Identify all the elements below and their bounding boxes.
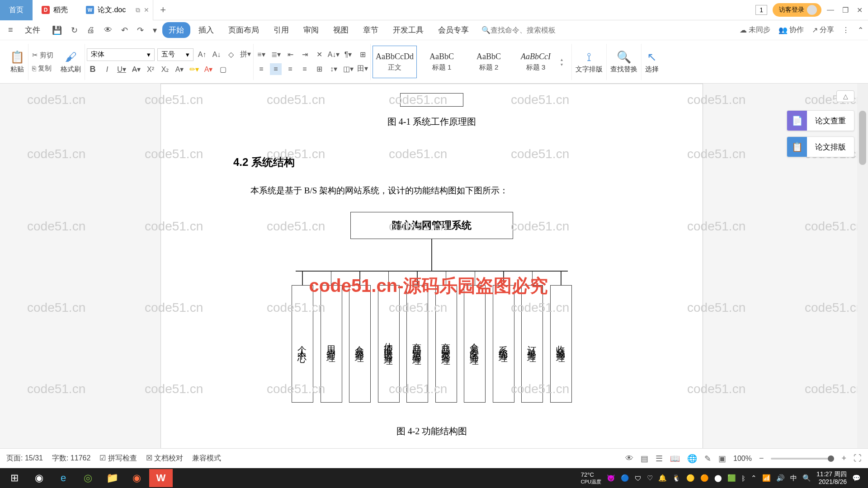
tray-bluetooth-icon[interactable]: ᛒ bbox=[741, 474, 745, 482]
view-page-icon[interactable]: ▤ bbox=[641, 454, 648, 464]
tray-icon-8[interactable]: ⬤ bbox=[714, 474, 722, 482]
view-web-icon[interactable]: 🌐 bbox=[687, 454, 697, 464]
tray-icon-6[interactable]: 🟡 bbox=[686, 474, 695, 482]
cpu-temp[interactable]: 72°CCPU温度 bbox=[581, 471, 601, 485]
vertical-scrollbar[interactable] bbox=[857, 84, 868, 463]
tab-count[interactable]: 1 bbox=[755, 5, 767, 15]
share-button[interactable]: ↗ 分享 bbox=[812, 25, 834, 35]
paper-check-button[interactable]: 📄论文查重 bbox=[787, 110, 854, 131]
paper-layout-button[interactable]: 📋论文排版 bbox=[787, 136, 854, 157]
dropdown-icon[interactable]: ▾ bbox=[149, 23, 160, 38]
style-scroll[interactable]: ▴▾ bbox=[561, 57, 570, 67]
tray-notify-icon[interactable]: 🔔 bbox=[658, 474, 667, 482]
tab-add-button[interactable]: + bbox=[153, 4, 173, 16]
more-icon[interactable]: ⋮ bbox=[842, 26, 849, 34]
preview-icon[interactable]: 👁 bbox=[100, 23, 116, 38]
tab-close-icon[interactable]: ✕ bbox=[144, 6, 149, 14]
save-icon[interactable]: 💾 bbox=[48, 23, 66, 38]
copy-button[interactable]: ⎘ 复制 bbox=[30, 63, 55, 74]
format-brush-icon[interactable]: 🖌 bbox=[65, 50, 77, 64]
bullet-list-icon[interactable]: ≡▾ bbox=[255, 49, 267, 61]
edit-icon[interactable]: ✎ bbox=[704, 454, 711, 464]
asian-layout-icon[interactable]: ✕ bbox=[313, 49, 325, 61]
indent-increase-icon[interactable]: ⇥ bbox=[299, 49, 311, 61]
shading-icon[interactable]: ◫▾ bbox=[342, 63, 354, 75]
start-button[interactable]: ⊞ bbox=[3, 469, 26, 487]
search-input[interactable] bbox=[491, 26, 572, 34]
status-proof[interactable]: ☒ 文档校对 bbox=[146, 454, 183, 463]
align-right-icon[interactable]: ≡ bbox=[284, 63, 296, 75]
highlight-button[interactable]: ✏▾ bbox=[188, 64, 200, 75]
tray-search-icon[interactable]: 🔍 bbox=[802, 474, 811, 482]
distribute-icon[interactable]: ⊞ bbox=[313, 63, 325, 75]
font-color-button[interactable]: A▾ bbox=[203, 64, 214, 75]
zoom-out-icon[interactable]: − bbox=[759, 454, 764, 463]
redo-icon[interactable]: ↷ bbox=[133, 23, 147, 38]
tray-action-center-icon[interactable]: 💬 bbox=[852, 474, 861, 482]
tray-icon-2[interactable]: 🔵 bbox=[621, 474, 629, 482]
scroll-thumb[interactable] bbox=[859, 111, 866, 165]
line-spacing-icon[interactable]: ↕▾ bbox=[328, 63, 340, 75]
tab-document[interactable]: W 论文.doc ⧉ ✕ bbox=[77, 0, 153, 20]
status-page[interactable]: 页面: 15/31 bbox=[6, 454, 43, 463]
status-spell[interactable]: ☑ 拼写检查 bbox=[99, 454, 137, 463]
undo-icon[interactable]: ↶ bbox=[118, 23, 132, 38]
menu-insert[interactable]: 插入 bbox=[192, 22, 220, 38]
close-window-icon[interactable]: ✕ bbox=[857, 6, 863, 14]
align-center-icon[interactable]: ≡ bbox=[270, 63, 282, 75]
increase-font-icon[interactable]: A↑ bbox=[196, 49, 208, 61]
sidepanel-toggle[interactable]: △ bbox=[836, 90, 854, 102]
tray-icon-1[interactable]: 😈 bbox=[607, 474, 615, 482]
tray-chevron-icon[interactable]: ⌃ bbox=[751, 474, 757, 482]
border-icon[interactable]: 田▾ bbox=[357, 63, 368, 75]
sort-icon[interactable]: A↓▾ bbox=[328, 49, 340, 61]
zoom-level[interactable]: 100% bbox=[733, 455, 752, 463]
tray-wifi-icon[interactable]: 📶 bbox=[762, 474, 771, 482]
taskbar-app-2[interactable]: ◉ bbox=[125, 469, 148, 487]
style-h2[interactable]: AaBbC标题 2 bbox=[467, 46, 511, 78]
taskbar-explorer[interactable]: 📁 bbox=[100, 469, 124, 487]
tab-doke[interactable]: D稻壳 bbox=[33, 0, 77, 20]
search-box[interactable]: 🔍 bbox=[481, 26, 572, 34]
superscript-button[interactable]: X² bbox=[145, 64, 156, 75]
text-layout-group[interactable]: ⟟文字排版 bbox=[572, 44, 607, 80]
tray-icon-5[interactable]: 🐧 bbox=[672, 474, 681, 482]
italic-button[interactable]: I bbox=[101, 64, 113, 75]
cut-button[interactable]: ✂ 剪切 bbox=[30, 50, 55, 61]
menu-chapter[interactable]: 章节 bbox=[357, 22, 385, 38]
subscript-button[interactable]: X₂ bbox=[159, 64, 171, 75]
style-h1[interactable]: AaBbC标题 1 bbox=[420, 46, 464, 78]
style-h3[interactable]: AaBbCcI标题 3 bbox=[514, 46, 558, 78]
font-size-select[interactable]: 五号▾ bbox=[157, 48, 193, 61]
view-outline-icon[interactable]: ☰ bbox=[656, 454, 663, 464]
tray-ime-icon[interactable]: 中 bbox=[790, 474, 797, 483]
taskbar-ie[interactable]: e bbox=[52, 469, 75, 487]
menu-member[interactable]: 会员专享 bbox=[432, 22, 475, 38]
login-button[interactable]: 访客登录 bbox=[773, 3, 821, 17]
fullscreen-icon[interactable]: ⛶ bbox=[854, 454, 862, 463]
tab-home[interactable]: 首页 bbox=[0, 0, 33, 20]
tray-volume-icon[interactable]: 🔊 bbox=[776, 474, 785, 482]
text-effect-button[interactable]: A▾ bbox=[174, 64, 185, 75]
menu-view[interactable]: 视图 bbox=[327, 22, 355, 38]
indent-decrease-icon[interactable]: ⇤ bbox=[284, 49, 296, 61]
tray-icon-4[interactable]: ♡ bbox=[647, 474, 653, 482]
taskbar-wps[interactable]: W bbox=[149, 469, 173, 487]
align-left-icon[interactable]: ≡ bbox=[255, 63, 267, 75]
tray-icon-9[interactable]: 🟩 bbox=[727, 474, 736, 482]
paste-icon[interactable]: 📋 bbox=[10, 50, 24, 64]
bold-button[interactable]: B bbox=[87, 64, 99, 75]
eye-icon[interactable]: 👁 bbox=[625, 454, 633, 463]
minimize-icon[interactable]: — bbox=[827, 6, 834, 14]
maximize-icon[interactable]: ❐ bbox=[842, 6, 849, 14]
zoom-in-icon[interactable]: + bbox=[841, 454, 846, 463]
status-words[interactable]: 字数: 11762 bbox=[52, 454, 90, 463]
zoom-slider[interactable] bbox=[771, 458, 834, 460]
format-brush-label[interactable]: 格式刷 bbox=[61, 65, 81, 74]
menu-file[interactable]: 文件 bbox=[19, 22, 47, 38]
strikethrough-button[interactable]: A̶▾ bbox=[130, 64, 142, 75]
menu-review[interactable]: 审阅 bbox=[297, 22, 325, 38]
style-body[interactable]: AaBbCcDd正文 bbox=[373, 46, 417, 78]
print-icon[interactable]: 🖨 bbox=[83, 23, 99, 38]
underline-button[interactable]: U▾ bbox=[116, 64, 127, 75]
